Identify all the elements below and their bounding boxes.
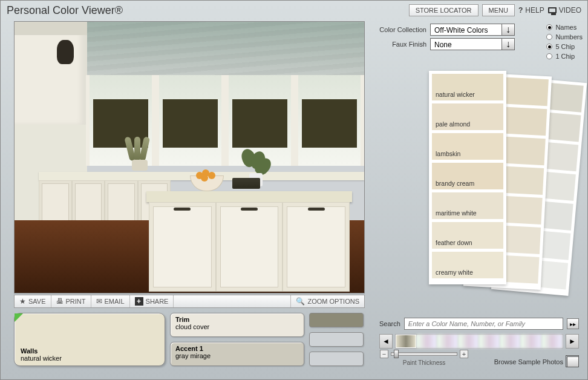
thickness-plus-button[interactable]: +	[460, 350, 468, 358]
prev-button[interactable]: ◄	[379, 334, 393, 349]
chevron-down-icon[interactable]: ↓	[501, 24, 515, 36]
print-button[interactable]: 🖶PRINT	[51, 295, 91, 307]
faux-select[interactable]: None ↓	[430, 38, 515, 50]
radio-numbers[interactable]: Numbers	[546, 33, 583, 41]
color-chip[interactable]: maritime white	[432, 192, 503, 219]
collection-select[interactable]: Off-White Colors ↓	[430, 24, 515, 36]
thumbnail-row: ◄ ►	[379, 333, 579, 349]
save-button[interactable]: ★SAVE	[15, 295, 51, 307]
star-icon: ★	[19, 297, 26, 306]
app-title: Personal Color Viewer®	[7, 4, 123, 17]
search-label: Search	[379, 320, 400, 327]
email-button[interactable]: ✉EMAIL	[91, 295, 130, 307]
color-chip[interactable]: creamy white	[432, 252, 503, 278]
help-button[interactable]: ?HELP	[518, 6, 544, 15]
search-bar: Search ▸▸	[379, 318, 579, 330]
help-icon: ?	[518, 6, 523, 15]
print-icon: 🖶	[56, 297, 64, 306]
photos-icon	[567, 356, 579, 367]
email-icon: ✉	[96, 297, 102, 306]
next-button[interactable]: ►	[566, 334, 579, 349]
color-chip[interactable]: lambskin	[432, 133, 503, 160]
paint-thickness: − + Paint Thickness	[370, 350, 479, 366]
share-button[interactable]: +SHARE	[130, 295, 174, 307]
trim-swatch[interactable]: Trimcloud cover	[170, 313, 304, 337]
radio-names[interactable]: Names	[546, 24, 583, 31]
search-input[interactable]	[404, 318, 563, 330]
mini-swatch[interactable]	[309, 332, 364, 347]
applied-swatches: Wallsnatural wicker Trimcloud cover Acce…	[14, 313, 364, 366]
mini-swatch[interactable]	[309, 313, 364, 327]
mini-swatch[interactable]	[309, 352, 364, 366]
color-chip[interactable]: brandy cream	[432, 163, 503, 189]
preview-stage	[14, 21, 365, 293]
chip-fan: natural wickerpale almondlambskinbrandy …	[396, 71, 578, 300]
thickness-slider[interactable]	[391, 352, 457, 356]
stage-toolbar: ★SAVE 🖶PRINT ✉EMAIL +SHARE 🔍ZOOM OPTIONS	[14, 295, 365, 308]
thickness-minus-button[interactable]: −	[380, 350, 388, 358]
display-options: Names Numbers 5 Chip 1 Chip	[546, 24, 583, 60]
walls-swatch[interactable]: Wallsnatural wicker	[14, 313, 165, 366]
plus-icon: +	[135, 297, 143, 306]
video-button[interactable]: VIDEO	[548, 6, 581, 15]
faux-label: Faux Finish	[379, 41, 426, 48]
monitor-icon	[548, 7, 557, 13]
zoom-icon: 🔍	[296, 297, 305, 306]
chip-strip[interactable]: natural wickerpale almondlambskinbrandy …	[429, 71, 506, 284]
color-chip[interactable]: pale almond	[432, 103, 503, 130]
radio-1chip[interactable]: 1 Chip	[546, 53, 583, 60]
chevron-down-icon[interactable]: ↓	[501, 38, 515, 50]
accent-swatch[interactable]: Accent 1gray mirage	[170, 342, 304, 366]
search-go-button[interactable]: ▸▸	[567, 318, 579, 329]
menu-button[interactable]: MENU	[482, 4, 515, 16]
kitchen-photo	[15, 22, 364, 293]
thumbnails[interactable]	[395, 334, 563, 349]
collection-label: Color Collection	[379, 26, 426, 33]
zoom-button[interactable]: 🔍ZOOM OPTIONS	[290, 295, 364, 307]
color-chip[interactable]: feather down	[432, 222, 503, 249]
store-locator-button[interactable]: STORE LOCATOR	[409, 4, 479, 16]
color-chip[interactable]: natural wicker	[432, 74, 503, 100]
browse-photos[interactable]: Browse Sample Photos	[494, 356, 579, 367]
radio-5chip[interactable]: 5 Chip	[546, 43, 583, 50]
top-bar: STORE LOCATOR MENU ?HELP VIDEO	[409, 4, 581, 16]
control-selects: Color Collection Off-White Colors ↓ Faux…	[379, 24, 515, 50]
